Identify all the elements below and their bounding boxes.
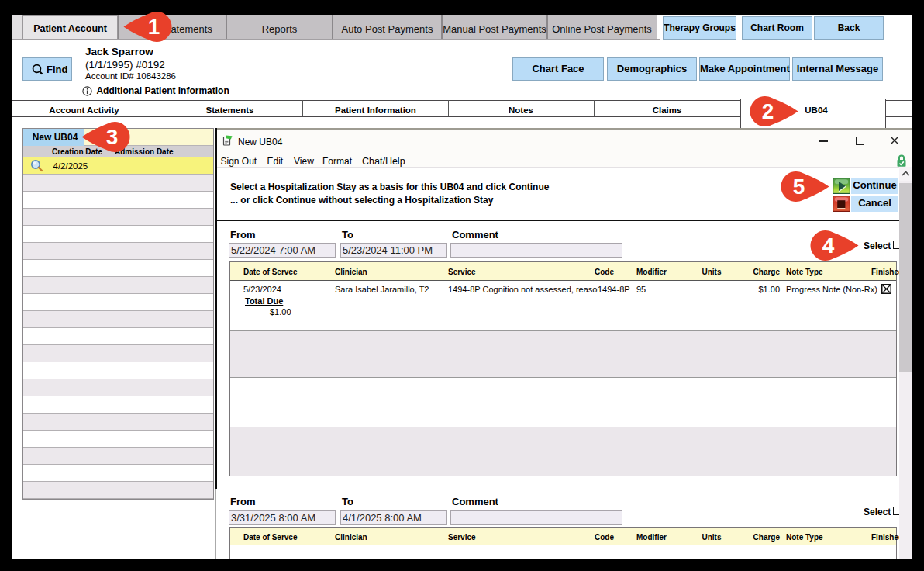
svg-text:3: 3 [106, 125, 119, 149]
svg-text:5: 5 [793, 175, 805, 199]
svg-text:2: 2 [762, 99, 774, 123]
svg-text:1: 1 [148, 15, 160, 39]
svg-text:4: 4 [822, 234, 835, 258]
